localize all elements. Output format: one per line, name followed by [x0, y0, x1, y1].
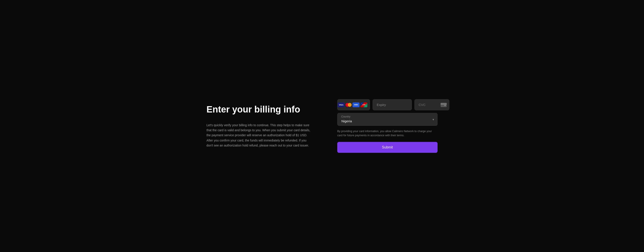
jcb-icon: JCB	[360, 102, 367, 107]
mc-circle-right	[348, 103, 352, 107]
mastercard-icon	[346, 102, 352, 107]
country-select-wrapper: Country Nigeria United States United Kin…	[337, 113, 438, 126]
cvc-wrapper	[414, 99, 449, 110]
cvc-card-icon	[440, 103, 447, 107]
page-description: Let's quickly verify your billing info t…	[206, 123, 311, 148]
expiry-wrapper	[372, 99, 412, 110]
card-number-wrapper: VISA AMEX JCB	[337, 99, 370, 110]
card-row: VISA AMEX JCB	[337, 99, 438, 110]
cvc-icon-wrapper	[440, 103, 447, 107]
card-icons: VISA AMEX JCB	[338, 102, 367, 107]
terms-text: By providing your card information, you …	[337, 129, 438, 137]
submit-button[interactable]: Submit	[337, 142, 438, 153]
amex-label: AMEX	[354, 104, 358, 106]
visa-label: VISA	[339, 104, 344, 106]
jcb-label: JCB	[362, 104, 366, 106]
left-section: Enter your billing info Let's quickly ve…	[206, 104, 311, 148]
country-select[interactable]: Nigeria United States United Kingdom Gha…	[337, 113, 438, 126]
amex-icon: AMEX	[352, 102, 360, 107]
right-section: VISA AMEX JCB	[337, 99, 438, 152]
expiry-input[interactable]	[372, 99, 412, 110]
visa-icon: VISA	[338, 102, 345, 107]
page-title: Enter your billing info	[206, 104, 311, 115]
page-container: Enter your billing info Let's quickly ve…	[170, 86, 474, 166]
